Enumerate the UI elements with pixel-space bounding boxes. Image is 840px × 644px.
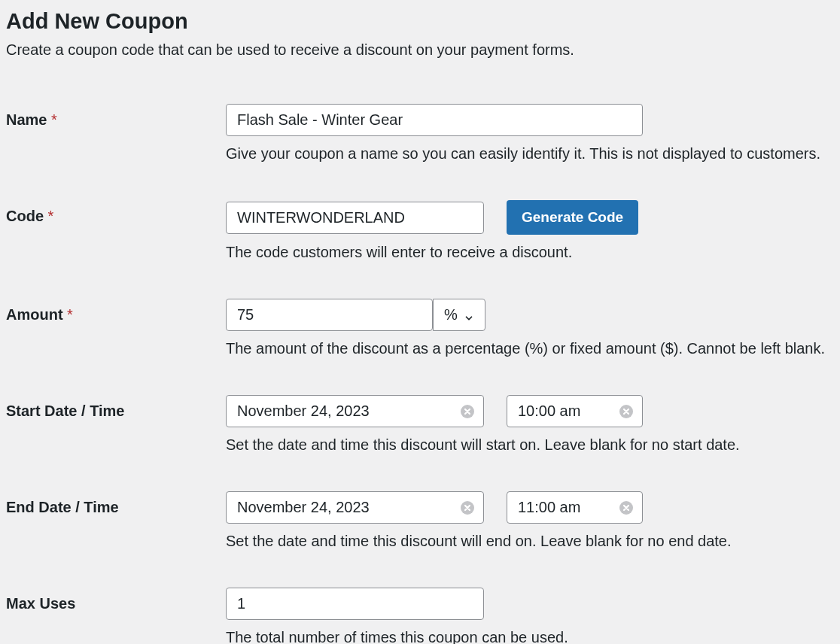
chevron-down-icon [464, 310, 474, 320]
required-asterisk: * [67, 306, 73, 323]
amount-unit-value: % [444, 306, 458, 324]
help-code: The code customers will enter to receive… [226, 244, 834, 261]
row-maxuses: Max Uses The total number of times this … [6, 588, 834, 644]
help-amount: The amount of the discount as a percenta… [226, 340, 834, 357]
label-start: Start Date / Time [6, 395, 226, 420]
clear-start-date-icon[interactable] [460, 404, 475, 419]
row-start: Start Date / Time Set the date and time … [6, 395, 834, 454]
clear-start-time-icon[interactable] [619, 404, 634, 419]
help-start: Set the date and time this discount will… [226, 436, 834, 454]
label-name: Name * [6, 104, 226, 129]
generate-code-button[interactable]: Generate Code [507, 200, 638, 235]
row-name: Name * Give your coupon a name so you ca… [6, 104, 834, 163]
end-date-input[interactable] [226, 491, 484, 524]
help-maxuses: The total number of times this coupon ca… [226, 629, 834, 644]
maxuses-input[interactable] [226, 588, 484, 620]
label-maxuses: Max Uses [6, 588, 226, 612]
amount-unit-select[interactable]: % [433, 299, 485, 331]
required-asterisk: * [51, 111, 57, 128]
start-date-input[interactable] [226, 395, 484, 427]
clear-end-time-icon[interactable] [619, 500, 634, 515]
clear-end-date-icon[interactable] [460, 500, 475, 515]
row-end: End Date / Time Set the date and time th… [6, 491, 834, 550]
code-input[interactable] [226, 202, 484, 234]
help-name: Give your coupon a name so you can easil… [226, 145, 834, 163]
label-amount: Amount * [6, 299, 226, 324]
name-input[interactable] [226, 104, 643, 136]
amount-input[interactable] [226, 299, 433, 331]
page-description: Create a coupon code that can be used to… [6, 41, 834, 59]
label-code: Code * [6, 200, 226, 225]
help-end: Set the date and time this discount will… [226, 533, 834, 550]
row-amount: Amount * % The amount of the discount as… [6, 299, 834, 357]
row-code: Code * Generate Code The code customers … [6, 200, 834, 261]
page-title: Add New Coupon [6, 9, 834, 34]
required-asterisk: * [48, 208, 54, 224]
label-end: End Date / Time [6, 491, 226, 516]
